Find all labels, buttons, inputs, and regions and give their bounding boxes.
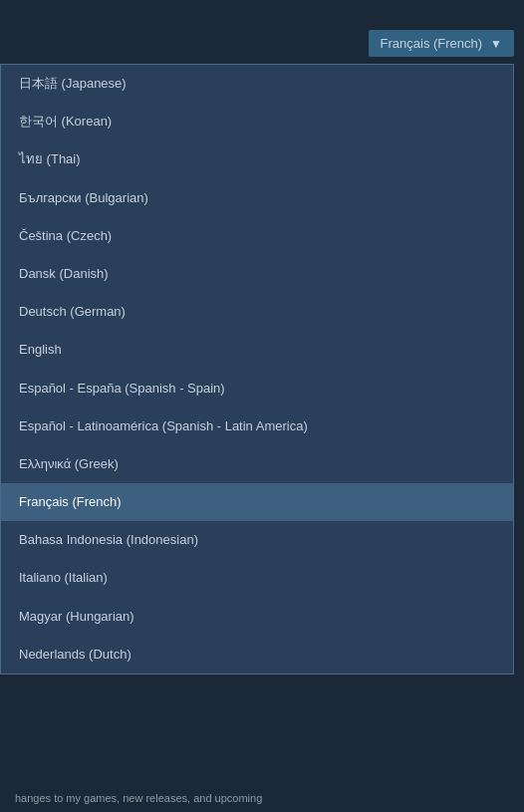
language-option-english[interactable]: English (1, 331, 513, 369)
language-option-indonesian[interactable]: Bahasa Indonesia (Indonesian) (1, 521, 513, 559)
language-option-danish[interactable]: Dansk (Danish) (1, 255, 513, 293)
language-option-czech[interactable]: Čeština (Czech) (1, 217, 513, 255)
language-dropdown-trigger[interactable]: Français (French) ▼ (369, 30, 514, 57)
selected-language-label: Français (French) (381, 36, 483, 51)
language-option-spanish-latam[interactable]: Español - Latinoamérica (Spanish - Latin… (1, 407, 513, 445)
language-option-thai[interactable]: ไทย (Thai) (1, 140, 513, 178)
chevron-down-icon: ▼ (490, 37, 502, 51)
language-option-dutch[interactable]: Nederlands (Dutch) (1, 636, 513, 674)
language-option-bulgarian[interactable]: Български (Bulgarian) (1, 179, 513, 217)
language-option-korean[interactable]: 한국어 (Korean) (1, 103, 513, 140)
language-option-hungarian[interactable]: Magyar (Hungarian) (1, 598, 513, 636)
language-dropdown-menu[interactable]: 日本語 (Japanese)한국어 (Korean)ไทย (Thai)Бълг… (0, 64, 514, 675)
language-dropdown-container: Français (French) ▼ 日本語 (Japanese)한국어 (K… (0, 30, 524, 812)
language-option-german[interactable]: Deutsch (German) (1, 293, 513, 331)
language-option-french[interactable]: Français (French) (1, 483, 513, 521)
bottom-text: hanges to my games, new releases, and up… (0, 784, 524, 812)
language-option-greek[interactable]: Ελληνικά (Greek) (1, 445, 513, 483)
language-option-japanese[interactable]: 日本語 (Japanese) (1, 65, 513, 103)
language-option-spanish-spain[interactable]: Español - España (Spanish - Spain) (1, 370, 513, 407)
language-option-italian[interactable]: Italiano (Italian) (1, 559, 513, 597)
